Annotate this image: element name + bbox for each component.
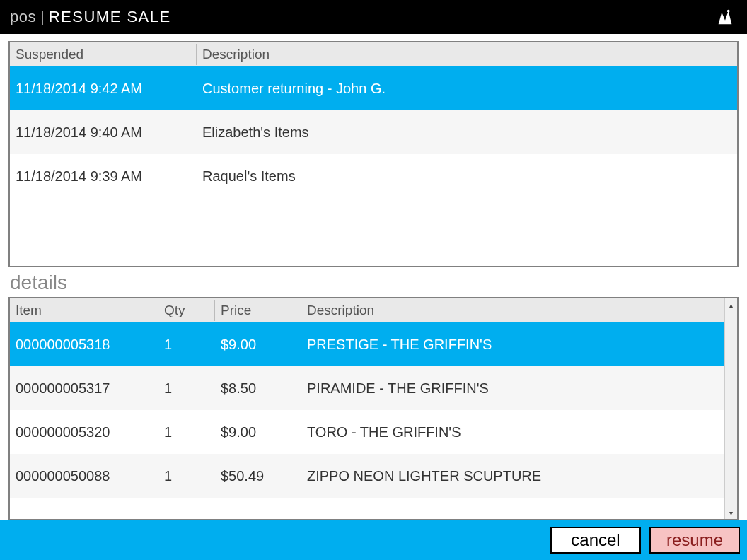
suspended-cell-description: Raquel's Items bbox=[197, 168, 737, 185]
column-header-description[interactable]: Description bbox=[197, 44, 737, 65]
title-bar: pos | RESUME SALE bbox=[0, 0, 747, 34]
details-cell-description: PRESTIGE - THE GRIFFIN'S bbox=[301, 337, 724, 353]
suspended-cell-time: 11/18/2014 9:39 AM bbox=[10, 168, 197, 185]
details-scrollbar[interactable]: ▴ ▾ bbox=[724, 298, 737, 519]
scroll-down-icon[interactable]: ▾ bbox=[726, 508, 736, 518]
action-bar: cancel resume bbox=[0, 520, 747, 560]
details-row[interactable]: 000000005317 1 $8.50 PIRAMIDE - THE GRIF… bbox=[10, 366, 724, 410]
details-row[interactable]: 000000005318 1 $9.00 PRESTIGE - THE GRIF… bbox=[10, 322, 724, 366]
details-cell-item: 000000005317 bbox=[10, 380, 158, 397]
column-header-item[interactable]: Item bbox=[10, 300, 158, 321]
suspended-row[interactable]: 11/18/2014 9:40 AM Elizabeth's Items bbox=[10, 110, 737, 154]
details-cell-item: 000000005318 bbox=[10, 337, 158, 353]
details-row[interactable]: 000000005320 1 $9.00 TORO - THE GRIFFIN'… bbox=[10, 410, 724, 454]
details-cell-qty: 1 bbox=[158, 337, 215, 353]
suspended-sales-table: Suspended Description 11/18/2014 9:42 AM… bbox=[8, 41, 739, 267]
svg-point-0 bbox=[727, 10, 730, 13]
resume-button[interactable]: resume bbox=[649, 527, 740, 554]
details-cell-price: $9.00 bbox=[215, 424, 301, 441]
details-cell-description: PIRAMIDE - THE GRIFFIN'S bbox=[301, 380, 724, 397]
cancel-button[interactable]: cancel bbox=[550, 527, 641, 554]
details-cell-description: ZIPPO NEON LIGHTER SCUPTURE bbox=[301, 468, 724, 484]
details-cell-description: TORO - THE GRIFFIN'S bbox=[301, 424, 724, 441]
details-cell-qty: 1 bbox=[158, 380, 215, 397]
details-cell-price: $9.00 bbox=[215, 337, 301, 353]
details-table: Item Qty Price Description 000000005318 … bbox=[8, 297, 739, 520]
details-cell-item: 000000050088 bbox=[10, 468, 158, 484]
details-row[interactable]: 000000050088 1 $50.49 ZIPPO NEON LIGHTER… bbox=[10, 454, 724, 498]
details-cell-item: 000000005320 bbox=[10, 424, 158, 441]
page-title: RESUME SALE bbox=[49, 8, 171, 26]
suspended-cell-description: Elizabeth's Items bbox=[197, 124, 737, 141]
column-header-qty[interactable]: Qty bbox=[158, 300, 215, 321]
column-header-suspended[interactable]: Suspended bbox=[10, 44, 197, 65]
suspended-row[interactable]: 11/18/2014 9:42 AM Customer returning - … bbox=[10, 66, 737, 110]
title-prefix: pos bbox=[10, 8, 36, 26]
suspended-cell-time: 11/18/2014 9:40 AM bbox=[10, 124, 197, 141]
details-table-header: Item Qty Price Description bbox=[10, 298, 724, 322]
scroll-up-icon[interactable]: ▴ bbox=[726, 300, 736, 310]
details-cell-price: $8.50 bbox=[215, 380, 301, 397]
details-heading: details bbox=[10, 272, 737, 294]
details-cell-price: $50.49 bbox=[215, 468, 301, 484]
title-separator: | bbox=[40, 8, 45, 26]
suspended-table-header: Suspended Description bbox=[10, 42, 737, 66]
suspended-cell-description: Customer returning - John G. bbox=[197, 81, 737, 97]
column-header-price[interactable]: Price bbox=[215, 300, 301, 321]
suspended-table-body: 11/18/2014 9:42 AM Customer returning - … bbox=[10, 66, 737, 266]
details-cell-qty: 1 bbox=[158, 468, 215, 484]
app-window: pos | RESUME SALE Suspended Description … bbox=[0, 0, 747, 560]
column-header-description[interactable]: Description bbox=[301, 300, 724, 321]
suspended-row[interactable]: 11/18/2014 9:39 AM Raquel's Items bbox=[10, 154, 737, 198]
details-table-body: 000000005318 1 $9.00 PRESTIGE - THE GRIF… bbox=[10, 322, 724, 519]
app-logo-icon bbox=[714, 6, 736, 27]
details-cell-qty: 1 bbox=[158, 424, 215, 441]
content-area: Suspended Description 11/18/2014 9:42 AM… bbox=[0, 34, 747, 520]
suspended-cell-time: 11/18/2014 9:42 AM bbox=[10, 81, 197, 97]
